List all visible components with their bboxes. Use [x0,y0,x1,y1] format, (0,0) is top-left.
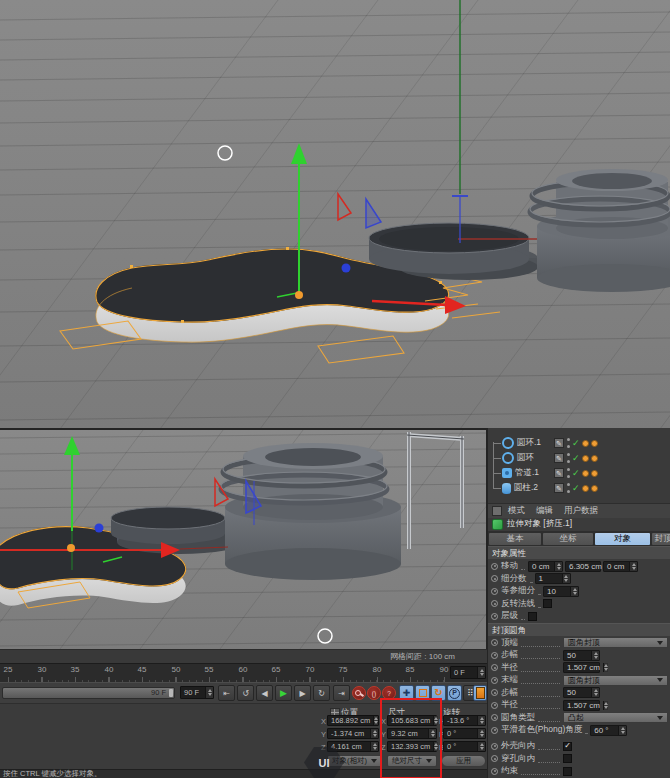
apply-button[interactable]: 应用 [441,755,486,767]
timeline-ruler[interactable]: 25 30 35 40 45 50 55 60 65 70 75 80 85 9… [0,663,487,683]
key-position-toggle[interactable]: ✚ [399,685,414,701]
tag-dot-icon[interactable] [582,485,589,492]
move-x-field[interactable]: 0 cm [528,561,563,572]
viewport-perspective-bottom[interactable] [0,430,487,649]
keyframe-circle-icon[interactable] [491,600,498,607]
end-frame-stepper[interactable] [205,687,213,698]
tag-dot-icon[interactable] [591,470,598,477]
tag-dot-icon[interactable] [582,470,589,477]
rotation-p-field[interactable]: 0 ° [443,728,486,739]
subdivision-field[interactable]: 1 [535,573,571,584]
keyframe-circle-icon[interactable] [491,768,498,775]
tag-dot-icon[interactable] [591,455,598,462]
object-item-cylinder[interactable]: 圆柱.2 ✎ ✓ [488,481,670,495]
menu-user-data[interactable]: 用户数据 [564,505,598,517]
menu-mode[interactable]: 模式 [508,505,525,517]
move-z-field[interactable]: 0 cm [603,561,638,572]
keyframe-circle-icon[interactable] [491,743,498,750]
stepper[interactable] [591,688,599,697]
visibility-dots-icon[interactable] [566,468,570,478]
keyframe-circle-icon[interactable] [491,575,498,582]
goto-end-button[interactable]: ⇥ [333,685,350,701]
tab-object[interactable]: 对象 [595,533,650,545]
position-x-field[interactable]: 168.892 cm [327,715,379,726]
keyframe-circle-icon[interactable] [491,588,498,595]
stepper[interactable] [433,716,438,725]
stepper[interactable] [603,663,608,672]
tab-basic[interactable]: 基本 [489,533,541,545]
hierarchy-checkbox[interactable] [528,612,537,621]
keyframe-circle-icon[interactable] [491,689,498,696]
play-button[interactable]: ▶ [275,685,292,701]
preview-range-slider[interactable]: 90 F [2,687,175,699]
hull-inward-checkbox[interactable] [563,742,572,751]
fillet-type-dropdown[interactable]: 凸起 [563,712,668,723]
enabled-check-icon[interactable]: ✓ [572,483,580,493]
keyframe-circle-icon[interactable] [491,664,498,671]
hole-inward-checkbox[interactable] [563,754,572,763]
size-z-field[interactable]: 132.393 cm [387,741,437,752]
size-x-field[interactable]: 105.683 cm [387,715,437,726]
frame-back-button[interactable]: ◀ [256,685,273,701]
stepper[interactable] [554,562,562,571]
flip-normals-checkbox[interactable] [543,599,552,608]
visibility-dots-icon[interactable] [566,453,570,463]
visibility-dots-icon[interactable] [566,438,570,448]
stepper[interactable] [477,742,485,751]
tag-dot-icon[interactable] [582,455,589,462]
keyframe-circle-icon[interactable] [491,563,498,570]
key-scale-toggle[interactable] [415,685,430,701]
tab-caps[interactable]: 封顶 [652,533,670,545]
enabled-check-icon[interactable]: ✓ [572,468,580,478]
stepper[interactable] [562,574,570,583]
keyframe-circle-icon[interactable] [491,652,498,659]
frame-forward-button[interactable]: ▶ [294,685,311,701]
key-rotation-toggle[interactable]: ↻ [431,685,446,701]
edit-enable-icon[interactable]: ✎ [554,468,564,478]
stepper[interactable] [570,587,578,596]
keyframe-circle-icon[interactable] [491,702,498,709]
play-reverse-button[interactable]: ↺ [237,685,254,701]
end-frame-field[interactable]: 90 F [180,686,214,699]
keying-panel-button[interactable] [473,685,487,701]
visibility-dots-icon[interactable] [566,483,570,493]
tag-dot-icon[interactable] [582,440,589,447]
stepper[interactable] [477,716,485,725]
keyframe-circle-icon[interactable] [491,727,498,734]
stepper[interactable] [618,726,626,735]
stepper[interactable] [629,562,637,571]
enabled-check-icon[interactable]: ✓ [572,438,580,448]
steps-top-field[interactable]: 50 [563,650,600,661]
current-frame-stepper[interactable] [477,667,485,678]
stepper[interactable] [603,701,608,710]
range-slider-handle[interactable] [169,689,173,697]
stepper[interactable] [370,742,378,751]
record-keyframe-button[interactable] [352,686,366,700]
stepper[interactable] [428,729,436,738]
edit-enable-icon[interactable]: ✎ [554,483,564,493]
constrain-checkbox[interactable] [563,767,572,776]
position-y-field[interactable]: -1.374 cm [327,728,379,739]
rotation-b-field[interactable]: 0 ° [443,741,486,752]
edit-enable-icon[interactable]: ✎ [554,453,564,463]
enabled-check-icon[interactable]: ✓ [572,453,580,463]
stepper[interactable] [373,716,378,725]
iso-field[interactable]: 10 [543,586,579,597]
loop-mode-button[interactable]: ↻ [313,685,330,701]
keyframe-selection-button[interactable]: ? [382,686,396,700]
radius-end-field[interactable]: 1.507 cm [563,700,600,711]
section-cap-fillet[interactable]: 封顶圆角 [488,623,670,636]
phong-angle-field[interactable]: 60 ° [590,725,627,736]
top-cap-dropdown[interactable]: 圆角封顶 [563,637,668,648]
radius-top-field[interactable]: 1.507 cm [563,662,600,673]
menu-edit[interactable]: 编辑 [536,505,553,517]
size-y-field[interactable]: 9.32 cm [387,728,437,739]
section-object-properties[interactable]: 对象属性 [488,546,670,559]
rotation-h-field[interactable]: -13.6 ° [443,715,486,726]
tag-dot-icon[interactable] [591,440,598,447]
keyframe-circle-icon[interactable] [491,613,498,620]
key-parameter-toggle[interactable]: P [447,685,462,701]
edit-enable-icon[interactable]: ✎ [554,438,564,448]
stepper[interactable] [477,729,485,738]
mode-grid-icon[interactable] [492,506,502,516]
